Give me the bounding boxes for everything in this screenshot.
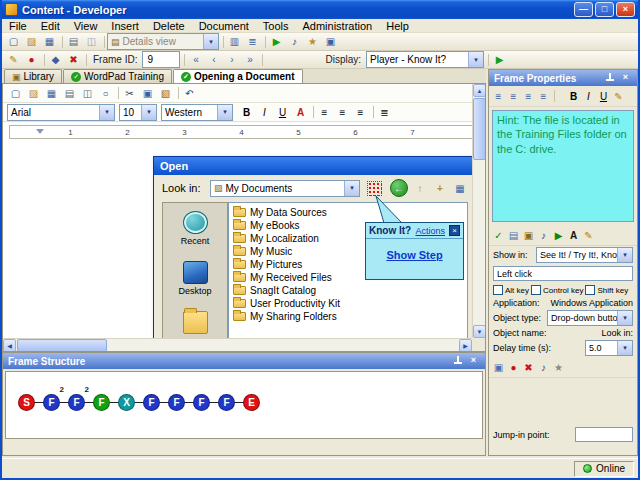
menu-edit[interactable]: Edit: [34, 19, 67, 33]
undo-icon[interactable]: ↶: [181, 85, 198, 101]
sound-properties-icon[interactable]: ♪: [536, 359, 551, 375]
file-item[interactable]: My Data Sources: [233, 206, 463, 219]
font-name-combo[interactable]: Arial ▾: [7, 104, 115, 121]
bullets-button[interactable]: ≣: [376, 104, 393, 120]
target-highlight[interactable]: [367, 181, 382, 196]
panel-close-icon[interactable]: ×: [619, 72, 632, 84]
underline-button[interactable]: U: [596, 88, 611, 104]
callout-close-icon[interactable]: ×: [449, 225, 460, 236]
frame-node[interactable]: F: [218, 394, 235, 411]
save-icon[interactable]: ▦: [41, 34, 58, 50]
open-icon[interactable]: ▨: [23, 34, 40, 50]
horizontal-scroll-thumb[interactable]: [17, 339, 107, 352]
open-icon[interactable]: ▨: [25, 85, 42, 101]
close-button[interactable]: ×: [616, 2, 635, 17]
up-one-level-icon[interactable]: ↑: [412, 180, 428, 196]
copy-icon[interactable]: ▣: [139, 85, 156, 101]
new-icon[interactable]: ▢: [7, 85, 24, 101]
frame-node[interactable]: F: [93, 394, 110, 411]
menu-file[interactable]: File: [2, 19, 34, 33]
place-desktop[interactable]: Desktop: [178, 261, 211, 296]
scroll-left-icon[interactable]: ◀: [3, 339, 16, 352]
frame-node[interactable]: F: [193, 394, 210, 411]
views-icon[interactable]: ▦: [452, 180, 468, 196]
tab-library[interactable]: ▣ Library: [4, 69, 62, 83]
menu-tools[interactable]: Tools: [256, 19, 296, 33]
menu-help[interactable]: Help: [379, 19, 416, 33]
vertical-scroll-thumb[interactable]: [473, 98, 486, 160]
font-color-button[interactable]: ✎: [611, 88, 626, 104]
menu-delete[interactable]: Delete: [146, 19, 192, 33]
frame-node[interactable]: F: [168, 394, 185, 411]
jump-in-input[interactable]: [575, 427, 633, 442]
title-bar[interactable]: Content - Developer — □ ×: [2, 0, 638, 19]
menu-document[interactable]: Document: [192, 19, 256, 33]
file-item[interactable]: My Sharing Folders: [233, 310, 463, 323]
vertical-scrollbar[interactable]: ▲ ▼: [472, 84, 485, 338]
find-icon[interactable]: ○: [97, 85, 114, 101]
save-icon[interactable]: ▦: [43, 85, 60, 101]
new-folder-icon[interactable]: +: [432, 180, 448, 196]
checkbox[interactable]: [585, 285, 595, 295]
minimize-button[interactable]: —: [574, 2, 593, 17]
font-size-combo[interactable]: 10 ▾: [119, 104, 157, 121]
bold-button[interactable]: B: [566, 88, 581, 104]
menu-view[interactable]: View: [67, 19, 105, 33]
print-icon[interactable]: ▤: [65, 34, 82, 50]
insert-frame-icon[interactable]: ◆: [47, 52, 64, 68]
scroll-down-icon[interactable]: ▼: [473, 325, 486, 338]
paste-icon[interactable]: ▧: [157, 85, 174, 101]
display-mode-combo[interactable]: Player - Know It? ▾: [366, 51, 484, 68]
bold-button[interactable]: B: [238, 104, 255, 120]
underline-button[interactable]: U: [274, 104, 291, 120]
align-center-button[interactable]: ≡: [334, 104, 351, 120]
print-preview-icon[interactable]: ◫: [79, 85, 96, 101]
scroll-up-icon[interactable]: ▲: [473, 84, 486, 97]
new-document-icon[interactable]: ▢: [5, 34, 22, 50]
align-left-icon[interactable]: ≡: [491, 88, 506, 104]
recapture-object-icon[interactable]: ▣: [491, 359, 506, 375]
object-type-combo[interactable]: Drop-down button ▾: [547, 310, 633, 326]
actions-link[interactable]: Actions: [415, 226, 445, 236]
italic-button[interactable]: I: [581, 88, 596, 104]
record-topic-icon[interactable]: ●: [23, 52, 40, 68]
sound-icon[interactable]: ♪: [536, 227, 551, 243]
view-icons-icon[interactable]: ▥: [226, 34, 243, 50]
look-in-combo[interactable]: ▨ My Documents ▾: [210, 180, 360, 197]
print-icon[interactable]: ▤: [61, 85, 78, 101]
frame-node[interactable]: E: [243, 394, 260, 411]
menu-insert[interactable]: Insert: [104, 19, 146, 33]
frame-node[interactable]: F: [143, 394, 160, 411]
menu-administration[interactable]: Administration: [296, 19, 380, 33]
font-script-combo[interactable]: Western ▾: [161, 104, 233, 121]
frame-node[interactable]: S: [18, 394, 35, 411]
screenshot-icon[interactable]: ▣: [322, 34, 339, 50]
frame-node[interactable]: F 2: [43, 394, 60, 411]
preview-mode-icon[interactable]: ▶: [491, 52, 508, 68]
pin-icon[interactable]: [604, 72, 615, 84]
first-frame-icon[interactable]: «: [187, 52, 204, 68]
delay-time-combo[interactable]: 5.0 ▾: [585, 340, 633, 356]
play-sound-icon[interactable]: ▶: [551, 227, 566, 243]
bubble-text-area[interactable]: Hint: The file is located in the Trainin…: [492, 110, 634, 222]
preview-play-icon[interactable]: ▶: [268, 34, 285, 50]
checkbox[interactable]: [493, 285, 503, 295]
pin-icon[interactable]: [452, 355, 463, 367]
record-sound-icon[interactable]: ●: [506, 359, 521, 375]
margin-marker-icon[interactable]: [36, 129, 44, 134]
align-right-button[interactable]: ≡: [352, 104, 369, 120]
frame-node[interactable]: X: [118, 394, 135, 411]
font-color-button[interactable]: A: [292, 104, 309, 120]
frame-node[interactable]: F 2: [68, 394, 85, 411]
details-view-combo[interactable]: ▤ Details view ▾: [107, 33, 219, 50]
checkbox[interactable]: [531, 285, 541, 295]
maximize-button[interactable]: □: [595, 2, 614, 17]
spellcheck-icon[interactable]: ✓: [491, 227, 506, 243]
frame-id-field[interactable]: 9: [142, 51, 180, 68]
click-type-field[interactable]: Left click: [493, 266, 633, 281]
glossary-icon[interactable]: ▣: [521, 227, 536, 243]
last-frame-icon[interactable]: »: [241, 52, 258, 68]
edit-frame-icon[interactable]: ✎: [5, 52, 22, 68]
place-recent[interactable]: Recent: [181, 211, 210, 246]
previous-frame-icon[interactable]: ‹: [205, 52, 222, 68]
